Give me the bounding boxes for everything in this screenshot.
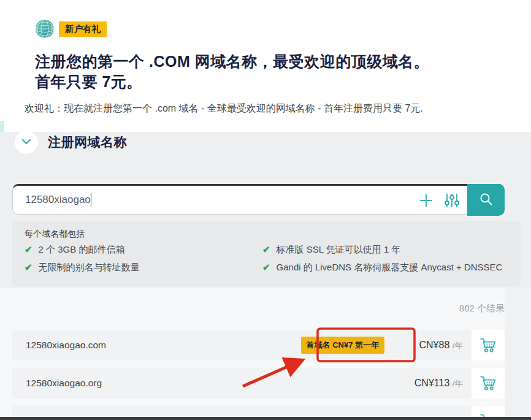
feature-item: ✔无限制的别名与转址数量 [25,262,140,273]
price-period: /年 [453,341,463,350]
feature-text: 标准版 SSL 凭证可以使用 1 年 [277,244,401,254]
promo-heading: 注册您的第一个 .COM 网域名称，最受欢迎的顶级域名。 首年只要 7元。 [35,52,501,92]
new-user-gift-badge: 新户有礼 [59,21,107,37]
price-amount: CN¥88 [419,340,449,350]
search-filters-button[interactable] [443,192,460,209]
price-period: /年 [453,379,463,388]
results-right-margin [505,288,531,417]
page: 新户有礼 注册您的第一个 .COM 网域名称，最受欢迎的顶级域名。 首年只要 7… [0,0,531,420]
domain-search-input[interactable] [24,187,318,213]
check-icon: ✔ [25,244,32,254]
features-title: 每个域名都包括 [25,229,85,240]
add-domain-button[interactable] [418,192,435,209]
section-collapse-button[interactable] [15,131,38,154]
magnifier-icon [478,191,494,209]
chevron-down-icon [20,135,33,150]
feature-item: ✔2 个 3GB 的邮件信箱 [25,244,124,256]
add-to-cart-button[interactable] [472,330,505,361]
first-domain-promo-badge: 首域名 CN¥7 第一年 [301,337,384,354]
feature-item: ✔标准版 SSL 凭证可以使用 1 年 [262,244,400,256]
price: CN¥113 /年 [394,378,463,389]
result-row-org: 12580xiaogao.org CN¥113 /年 [12,368,505,399]
promo-heading-line1: 注册您的第一个 .COM 网域名称，最受欢迎的顶级域名。 [35,52,501,72]
included-features-panel: 每个域名都包括 ✔2 个 3GB 的邮件信箱 ✔无限制的别名与转址数量 ✔标准版… [12,221,521,287]
globe-icon [35,19,55,39]
domain-search-bar [12,184,505,215]
check-icon: ✔ [262,244,270,254]
feature-text: 2 个 3GB 的邮件信箱 [39,244,125,254]
cart-icon [479,335,497,356]
domain-name: 12580xiaogao.org [26,378,102,389]
results-list: 12580xiaogao.com 首域名 CN¥7 第一年 CN¥88 /年 [12,330,505,420]
check-icon: ✔ [25,262,32,272]
search-results-section: 802 个结果 12580xiaogao.com 首域名 CN¥7 第一年 CN… [0,288,531,417]
promo-subheading: 欢迎礼：现在就注册您第一个 .com 域名 - 全球最受欢迎的网域名称 - 首年… [25,102,515,115]
price: CN¥88 /年 [394,340,463,351]
domain-name: 12580xiaogao.com [26,340,106,351]
feature-text: 无限制的别名与转址数量 [39,262,140,272]
plus-icon [418,202,435,211]
check-icon: ✔ [262,262,270,272]
search-submit-button[interactable] [467,184,505,216]
results-count: 802 个结果 [307,303,505,315]
text-caret [91,193,91,207]
result-row-body: 12580xiaogao.org CN¥113 /年 [12,368,472,399]
domain-search-section: 注册网域名称 [0,132,531,288]
promo-header: 新户有礼 注册您的第一个 .COM 网域名称，最受欢迎的顶级域名。 首年只要 7… [0,0,531,132]
section-title: 注册网域名称 [48,134,127,151]
result-row-body: 12580xiaogao.com 首域名 CN¥7 第一年 CN¥88 /年 [12,330,472,361]
sliders-icon [443,202,460,211]
price-amount: CN¥113 [414,378,450,388]
result-row-com: 12580xiaogao.com 首域名 CN¥7 第一年 CN¥88 /年 [12,330,505,361]
feature-item: ✔Gandi 的 LiveDNS 名称伺服器支援 Anycast + DNSSE… [262,262,502,273]
feature-text: Gandi 的 LiveDNS 名称伺服器支援 Anycast + DNSSEC [277,262,503,272]
promo-heading-line2: 首年只要 7元。 [35,72,501,92]
bottom-edge-bar [0,417,531,420]
cart-icon [479,373,497,394]
add-to-cart-button[interactable] [472,368,505,399]
